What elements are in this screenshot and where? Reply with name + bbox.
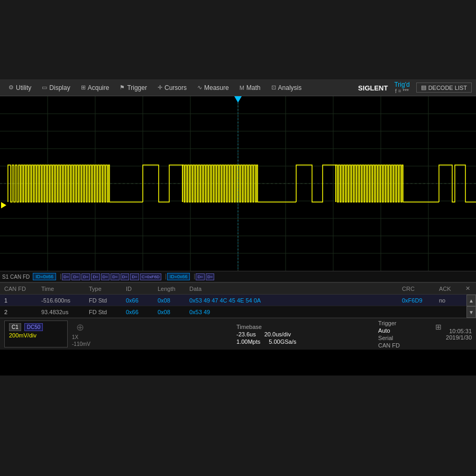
header-length: Length bbox=[155, 286, 187, 292]
decode-bit-10: D= bbox=[206, 273, 214, 280]
scroll-buttons: ▲ ▼ bbox=[466, 295, 476, 318]
trigger-mode: Auto bbox=[378, 327, 431, 334]
header-close[interactable]: ✕ bbox=[463, 285, 474, 292]
channel-marker bbox=[1, 202, 6, 208]
utility-icon: ⚙ bbox=[8, 84, 14, 91]
decode-bit-2: D= bbox=[71, 273, 80, 280]
trigger-protocol: CAN FD bbox=[378, 342, 431, 349]
row2-length: 0x08 bbox=[155, 309, 187, 315]
channel-info: C1 DC50 200mV/div bbox=[4, 321, 68, 347]
table-row-2[interactable]: 2 93.4832us FD Std 0x66 0x08 0x53 49 bbox=[0, 306, 476, 318]
header-time: Time bbox=[39, 286, 87, 292]
row2-type: FD Std bbox=[87, 309, 124, 315]
menu-bar: ⚙ Utility ▭ Display ⊞ Acquire ⚑ Trigger … bbox=[0, 79, 476, 96]
decode-bit-9: D= bbox=[196, 273, 204, 280]
decode-packet-id1: ID=0x66 bbox=[33, 273, 56, 280]
timebase-scale: 20.0us/div bbox=[264, 331, 291, 337]
measure-icon: ∿ bbox=[197, 84, 202, 91]
offset-value: -110mV bbox=[72, 341, 90, 347]
decode-bit-1: D= bbox=[62, 273, 70, 280]
row1-time: -516.600ns bbox=[39, 297, 87, 304]
menu-utility[interactable]: ⚙ Utility bbox=[4, 83, 35, 93]
probe-value: 1X bbox=[72, 334, 90, 340]
table-row-1[interactable]: 1 -516.600ns FD Std 0x66 0x08 0x53 49 47… bbox=[0, 295, 476, 306]
decode-list-icon: ▤ bbox=[421, 84, 426, 91]
header-canfd: CAN FD bbox=[2, 286, 39, 292]
timebase-rate: 5.00GSa/s bbox=[269, 338, 296, 345]
header-data: Data bbox=[187, 286, 400, 292]
menu-math[interactable]: M Math bbox=[235, 83, 265, 93]
decode-bar: S1 CAN FD ID=0x66 ▕ D= D= D= D= D= D= D=… bbox=[0, 271, 476, 282]
network-icon: ⊞ bbox=[435, 321, 442, 347]
row1-length: 0x08 bbox=[155, 297, 187, 304]
display-icon: ▭ bbox=[42, 84, 47, 91]
brand-area: SIGLENT Trig'd f = *** ▤ DECODE LIST bbox=[358, 81, 472, 94]
crosshair-icon: ⊕ bbox=[72, 322, 88, 333]
brand-name: SIGLENT bbox=[358, 83, 388, 93]
math-icon: M bbox=[240, 85, 244, 91]
decode-bit-8: D= bbox=[130, 273, 139, 280]
header-type: Type bbox=[87, 286, 124, 292]
oscilloscope-display: ⚙ Utility ▭ Display ⊞ Acquire ⚑ Trigger … bbox=[0, 79, 476, 376]
datetime-info: 10:05:31 2019/1/30 bbox=[446, 321, 472, 347]
scroll-down-button[interactable]: ▼ bbox=[466, 306, 476, 318]
row1-crc: 0xF6D9 bbox=[400, 297, 437, 304]
menu-cursors[interactable]: ✛ Cursors bbox=[153, 83, 191, 93]
row1-type: FD Std bbox=[87, 297, 124, 304]
decode-bit-3: D= bbox=[81, 273, 90, 280]
trigger-info: Trigger Auto Serial CAN FD bbox=[378, 321, 431, 347]
decode-list-button[interactable]: ▤ DECODE LIST bbox=[416, 83, 472, 93]
data-table: CAN FD Time Type ID Length Data CRC ACK … bbox=[0, 282, 476, 318]
row2-num: 2 bbox=[2, 309, 39, 315]
menu-analysis[interactable]: ⊡ Analysis bbox=[267, 83, 306, 93]
row1-ack: no bbox=[437, 297, 463, 304]
cursors-icon: ✛ bbox=[158, 84, 162, 91]
channel-coupling: DC50 bbox=[24, 323, 43, 331]
timebase-position: -23.6us bbox=[236, 331, 256, 337]
current-date: 2019/1/30 bbox=[446, 334, 472, 341]
trigger-status: Trig'd f = *** bbox=[394, 81, 409, 94]
row2-time: 93.4832us bbox=[39, 309, 87, 315]
waveform-area bbox=[0, 96, 476, 271]
timebase-points: 1.00Mpts bbox=[236, 338, 260, 345]
row1-id: 0x66 bbox=[124, 297, 155, 304]
trigger-label: Trigger bbox=[378, 320, 431, 326]
menu-measure[interactable]: ∿ Measure bbox=[193, 83, 233, 93]
decode-bit-5: D= bbox=[101, 273, 109, 280]
row1-data: 0x53 49 47 4C 45 4E 54 0A bbox=[187, 297, 400, 304]
table-header: CAN FD Time Type ID Length Data CRC ACK … bbox=[0, 283, 476, 295]
analysis-icon: ⊡ bbox=[271, 84, 276, 91]
trigger-icon: ⚑ bbox=[120, 84, 125, 91]
row2-data: 0x53 49 bbox=[187, 309, 400, 315]
trigger-type: Serial bbox=[378, 335, 431, 341]
waveform-grid bbox=[0, 96, 476, 271]
row2-id: 0x66 bbox=[124, 309, 155, 315]
decode-bit-7: D= bbox=[121, 273, 129, 280]
acquire-icon: ⊞ bbox=[81, 84, 86, 91]
channel-scale: 200mV/div bbox=[9, 332, 63, 338]
menu-acquire[interactable]: ⊞ Acquire bbox=[77, 83, 114, 93]
menu-trigger[interactable]: ⚑ Trigger bbox=[115, 83, 151, 93]
timebase-label: Timebase bbox=[236, 324, 262, 330]
decode-packet-id2: ID=0x66 bbox=[167, 273, 190, 280]
menu-display[interactable]: ▭ Display bbox=[38, 83, 74, 93]
decode-channel-label: S1 CAN FD bbox=[2, 274, 30, 280]
current-time: 10:05:31 bbox=[449, 328, 472, 334]
channel-probe-area: ⊕ 1X -110mV bbox=[72, 321, 90, 347]
trigger-marker-top bbox=[234, 96, 242, 103]
timebase-info: Timebase -23.6us 20.0us/div 1.00Mpts 5.0… bbox=[236, 321, 374, 347]
decode-bit-6: D= bbox=[111, 273, 119, 280]
header-crc: CRC bbox=[400, 286, 437, 292]
row1-num: 1 bbox=[2, 297, 39, 304]
decode-bit-4: D= bbox=[91, 273, 99, 280]
decode-crc: C=0xF6D bbox=[140, 273, 161, 280]
scroll-up-button[interactable]: ▲ bbox=[466, 295, 476, 306]
header-id: ID bbox=[124, 286, 155, 292]
header-ack: ACK bbox=[437, 286, 463, 292]
status-bar: C1 DC50 200mV/div ⊕ 1X -110mV Timebase -… bbox=[0, 318, 476, 350]
channel-badge: C1 bbox=[9, 323, 21, 331]
